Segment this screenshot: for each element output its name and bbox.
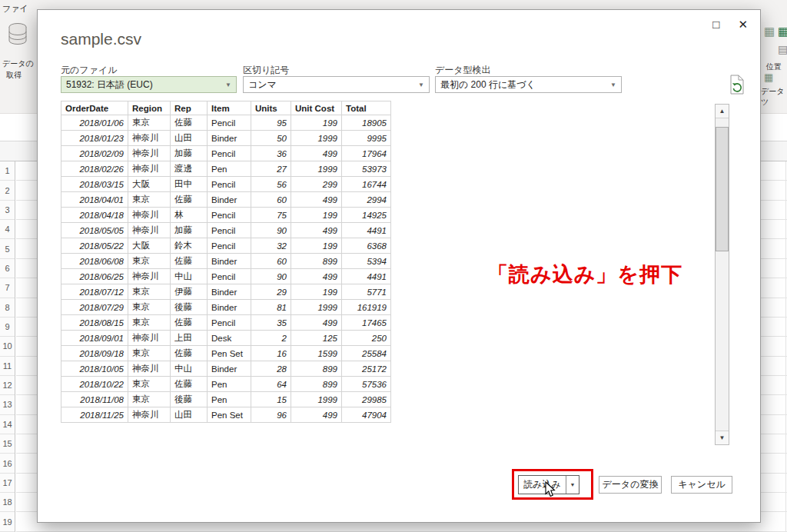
chevron-down-icon: ▼ [225, 81, 231, 88]
row-header[interactable]: 15 [0, 434, 15, 454]
table-cell: 東京 [128, 192, 171, 208]
column-header: Rep [171, 101, 208, 115]
row-header[interactable]: 4 [0, 220, 15, 239]
table-cell: 2018/11/25 [61, 407, 128, 423]
column-gridline [785, 161, 786, 532]
chevron-down-icon: ▼ [610, 81, 616, 88]
table-cell: 29 [251, 284, 291, 300]
table-cell: 14925 [342, 208, 391, 223]
transform-data-button[interactable]: データの変換 [599, 476, 662, 494]
row-header[interactable]: 5 [0, 239, 15, 258]
row-header[interactable]: 18 [0, 493, 15, 512]
table-cell: 17465 [342, 315, 391, 331]
source-file-value: 51932: 日本語 (EUC) [66, 78, 153, 91]
table-cell: 16744 [342, 177, 391, 192]
table-cell: Pencil [208, 177, 251, 192]
table-cell: 東京 [128, 315, 171, 331]
row-header[interactable]: 9 [0, 318, 15, 337]
row-header[interactable]: 1 [0, 161, 15, 181]
table-cell: 125 [291, 331, 342, 346]
table-cell: 神奈川 [128, 223, 171, 238]
delimiter-dropdown[interactable]: コンマ ▼ [243, 76, 430, 93]
table-cell: 199 [291, 238, 342, 254]
row-header[interactable]: 11 [0, 357, 15, 376]
table-cell: 2018/03/15 [61, 177, 128, 192]
table-cell: 2018/11/08 [61, 392, 128, 407]
table-cell: Pencil [208, 146, 251, 161]
table-cell: 2 [251, 331, 291, 346]
table-cell: 28 [251, 361, 291, 377]
dialog-title: sample.csv [61, 30, 141, 48]
table-cell: 佐藤 [171, 115, 208, 131]
table-cell: 東京 [128, 392, 171, 407]
table-cell: 64 [251, 377, 291, 392]
table-cell: 5394 [342, 254, 391, 269]
table-cell: 50 [251, 131, 291, 146]
row-header[interactable]: 17 [0, 474, 15, 493]
table-cell: 大阪 [128, 238, 171, 254]
scrollbar-thumb[interactable] [716, 127, 729, 251]
ribbon-grid-icon[interactable]: ▦ [764, 25, 775, 38]
table-cell: 神奈川 [128, 269, 171, 284]
table-cell: 佐藤 [171, 346, 208, 361]
table-cell: 東京 [128, 300, 171, 315]
row-header[interactable]: 3 [0, 201, 15, 220]
type-detection-dropdown[interactable]: 最初の 200 行に基づく ▼ [435, 76, 622, 93]
preview-table-head-row: OrderDateRegionRepItemUnitsUnit CostTota… [61, 101, 391, 115]
row-header[interactable]: 16 [0, 454, 15, 473]
table-cell: 96 [251, 407, 291, 423]
refresh-preview-icon[interactable] [728, 75, 746, 95]
table-row: 2018/04/01東京佐藤Binder604992994 [61, 192, 391, 208]
table-cell: 上田 [171, 331, 208, 346]
file-tab[interactable]: ファイ [2, 3, 28, 15]
cancel-button[interactable]: キャンセル [671, 476, 732, 494]
table-cell: 29985 [342, 392, 391, 407]
table-cell: 60 [251, 192, 291, 208]
load-dropdown-icon[interactable]: ▼ [566, 476, 579, 494]
table-row: 2018/07/12東京伊藤Binder291995771 [61, 284, 391, 300]
ribbon-label-datatools: データツ [761, 86, 787, 108]
ribbon-rows-icon[interactable]: ▤ [778, 43, 787, 55]
close-icon[interactable]: ✕ [738, 18, 748, 32]
table-cell: 95 [251, 115, 291, 131]
database-icon [6, 22, 29, 51]
row-header[interactable]: 2 [0, 181, 15, 200]
table-row: 2018/08/15東京佐藤Pencil3549917465 [61, 315, 391, 331]
table-cell: 47904 [342, 407, 391, 423]
ribbon-datatools-icon[interactable]: ▦ [764, 71, 773, 83]
row-header[interactable]: 10 [0, 337, 15, 356]
csv-import-dialog: □ ✕ sample.csv 元のファイル 区切り記号 データ型検出 51932… [37, 9, 761, 523]
restore-icon[interactable]: □ [712, 18, 719, 32]
load-button-label: 読み込み [519, 478, 566, 491]
row-header[interactable]: 7 [0, 278, 15, 298]
table-row: 2018/01/06東京佐藤Pencil9519918905 [61, 115, 391, 131]
table-cell: 佐藤 [171, 192, 208, 208]
row-header[interactable]: 12 [0, 376, 15, 395]
table-cell: 神奈川 [128, 161, 171, 177]
table-row: 2018/10/05神奈川中山Binder2889925172 [61, 361, 391, 377]
table-cell: 75 [251, 208, 291, 223]
row-header[interactable]: 8 [0, 298, 15, 318]
row-header[interactable]: 13 [0, 395, 15, 414]
table-cell: 2018/10/05 [61, 361, 128, 377]
ribbon-table-icon[interactable]: ▦ [778, 25, 787, 38]
row-header[interactable]: 6 [0, 259, 15, 278]
table-cell: 6368 [342, 238, 391, 254]
table-cell: 中山 [171, 269, 208, 284]
table-cell: Binder [208, 361, 251, 377]
scroll-up-icon[interactable]: ▲ [716, 105, 729, 118]
source-file-dropdown[interactable]: 51932: 日本語 (EUC) ▼ [61, 76, 237, 93]
table-cell: 東京 [128, 346, 171, 361]
table-cell: 27 [251, 161, 291, 177]
row-header[interactable]: 14 [0, 415, 15, 434]
row-header[interactable]: 19 [0, 512, 15, 531]
table-cell: Pencil [208, 115, 251, 131]
get-data-button[interactable]: データの [2, 58, 34, 69]
vertical-scrollbar[interactable]: ▲ ▼ [715, 104, 729, 445]
table-cell: 2018/01/06 [61, 115, 128, 131]
table-cell: 499 [291, 146, 342, 161]
table-cell: 加藤 [171, 146, 208, 161]
table-row: 2018/05/22大阪鈴木Pencil321996368 [61, 238, 391, 254]
scroll-down-icon[interactable]: ▼ [716, 431, 729, 444]
get-data-button-line2[interactable]: 取得 [6, 70, 22, 81]
